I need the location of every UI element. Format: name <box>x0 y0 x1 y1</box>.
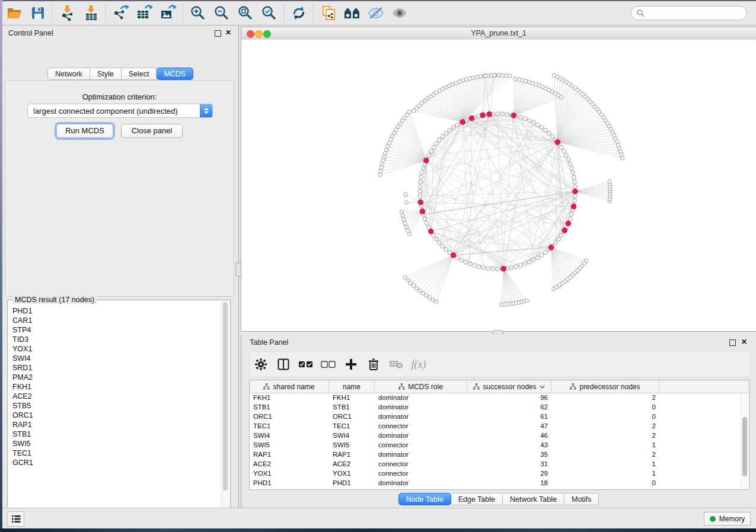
column-layout-icon[interactable] <box>272 354 295 374</box>
mcds-result-item[interactable]: ORC1 <box>12 411 222 420</box>
add-column-icon[interactable] <box>340 354 362 374</box>
column-header-MCDS-role[interactable]: MCDS role <box>375 380 467 393</box>
column-header-predecessor-nodes[interactable]: predecessor nodes <box>551 380 659 393</box>
mcds-result-item[interactable]: CAR1 <box>12 316 222 325</box>
tab-node-table[interactable]: Node Table <box>398 493 451 505</box>
search-field[interactable] <box>631 6 747 20</box>
zoom-in-icon[interactable] <box>186 3 210 23</box>
table-cell: 0 <box>551 402 659 412</box>
criterion-dropdown[interactable]: largest connected component (undirected) <box>27 104 213 118</box>
select-all-checkboxes-icon[interactable] <box>295 354 317 374</box>
network-window-titlebar[interactable]: YPA_prune.txt_1 <box>241 27 756 40</box>
shared-column-icon <box>398 383 405 390</box>
mcds-result-item[interactable]: ACE2 <box>12 392 222 401</box>
memory-button[interactable]: Memory <box>704 512 751 525</box>
table-row[interactable]: TEC1TEC1connector472 <box>250 421 749 431</box>
run-mcds-button[interactable]: Run MCDS <box>56 124 113 138</box>
tab-edge-table[interactable]: Edge Table <box>451 493 503 505</box>
close-panel-icon[interactable]: ✕ <box>225 29 232 36</box>
table-cell: YOX1 <box>329 469 375 478</box>
cytoscape-window: Control Panel ✕ Network Style Select MCD… <box>2 1 756 528</box>
mcds-result-item[interactable]: STB1 <box>12 430 222 439</box>
table-cell: 62 <box>467 402 551 412</box>
tab-mcds[interactable]: MCDS <box>157 68 193 80</box>
mcds-result-item[interactable]: GCR1 <box>12 458 222 467</box>
table-cell: 43 <box>467 440 551 450</box>
close-table-panel-icon[interactable]: ✕ <box>741 338 748 345</box>
column-header-shared-name[interactable]: shared name <box>250 380 329 393</box>
refresh-icon[interactable] <box>287 3 311 23</box>
status-bar: Memory <box>2 508 756 528</box>
open-folder-icon[interactable] <box>2 3 26 23</box>
delete-table-icon[interactable] <box>385 354 407 374</box>
zoom-fit-icon[interactable] <box>234 3 257 23</box>
mcds-result-item[interactable]: STB5 <box>12 401 222 411</box>
network-canvas[interactable] <box>241 40 755 331</box>
export-image-icon[interactable] <box>157 3 180 23</box>
table-cell: 2 <box>551 421 659 431</box>
toolbar-separator <box>183 4 184 22</box>
mcds-result-item[interactable]: PMA2 <box>12 373 222 382</box>
table-cell: FKH1 <box>250 393 329 402</box>
table-cell: RAP1 <box>250 450 329 459</box>
table-row[interactable]: SWI4SWI4dominator462 <box>250 431 749 440</box>
table-row[interactable]: STB1STB1dominator620 <box>250 402 749 412</box>
table-cell: ORC1 <box>329 412 375 421</box>
close-panel-button[interactable]: Close panel <box>121 124 183 138</box>
mcds-result-item[interactable]: RAP1 <box>12 420 222 430</box>
table-row[interactable]: PHD1PHD1dominator180 <box>250 478 749 488</box>
hide-selected-eye-icon[interactable] <box>364 3 388 23</box>
first-neighbors-icon[interactable] <box>340 3 364 23</box>
mcds-result-item[interactable]: FKH1 <box>12 382 222 392</box>
import-table-icon[interactable] <box>79 3 103 23</box>
mcds-result-item[interactable]: SRD1 <box>12 363 222 373</box>
tab-motifs[interactable]: Motifs <box>564 493 599 505</box>
mcds-result-list: PHD1CAR1STP4TID3YOX1SWI4SRD1PMA2FKH1ACE2… <box>8 303 222 522</box>
column-header-name[interactable]: name <box>329 380 375 393</box>
export-table-icon[interactable] <box>133 3 157 23</box>
mcds-result-item[interactable]: YOX1 <box>12 344 222 354</box>
export-network-icon[interactable] <box>109 3 133 23</box>
mcds-result-item[interactable]: STP4 <box>12 325 222 335</box>
desktop-wallpaper-bottom <box>0 528 756 532</box>
mcds-list-scrollbar[interactable] <box>221 301 229 521</box>
tab-select[interactable]: Select <box>122 68 157 80</box>
tab-style[interactable]: Style <box>90 68 122 80</box>
tab-network-table[interactable]: Network Table <box>503 493 564 505</box>
table-row[interactable]: RAP1RAP1dominator352 <box>250 450 749 459</box>
table-row[interactable]: ACE2ACE2connector311 <box>250 459 749 469</box>
float-table-panel-icon[interactable] <box>729 339 736 346</box>
deselect-all-checkboxes-icon[interactable] <box>317 354 340 374</box>
task-history-button[interactable] <box>7 511 24 527</box>
table-row[interactable]: YOX1YOX1connector291 <box>250 469 749 478</box>
zoom-selected-icon[interactable] <box>257 3 281 23</box>
float-panel-icon[interactable] <box>215 30 221 37</box>
table-cell: dominator <box>375 478 467 488</box>
column-header-successor-nodes[interactable]: successor nodes <box>467 380 551 393</box>
show-all-eye-icon[interactable] <box>388 3 412 23</box>
mcds-result-item[interactable]: TEC1 <box>12 448 222 458</box>
table-panel: Table Panel ✕ <box>241 335 756 508</box>
settings-gear-icon[interactable] <box>250 354 272 374</box>
table-scrollbar[interactable] <box>741 393 748 489</box>
share-document-icon[interactable] <box>317 3 340 23</box>
mcds-result-item[interactable]: PHD1 <box>12 306 222 316</box>
function-builder-icon[interactable]: f(x) <box>407 354 430 374</box>
list-icon <box>11 515 21 523</box>
mcds-tab-content: Optimization criterion: largest connecte… <box>5 80 234 297</box>
table-row[interactable]: ORC1ORC1dominator610 <box>250 412 749 421</box>
search-input[interactable] <box>645 8 742 18</box>
zoom-out-icon[interactable] <box>210 3 234 23</box>
table-row[interactable]: SWI5SWI5connector431 <box>250 440 749 450</box>
table-row[interactable]: FKH1FKH1dominator962 <box>250 393 749 402</box>
table-cell: 31 <box>467 459 551 469</box>
mcds-result-item[interactable]: SWI4 <box>12 354 222 363</box>
node-table: shared namenameMCDS rolesuccessor nodesp… <box>249 380 749 490</box>
delete-column-icon[interactable] <box>362 354 385 374</box>
mcds-result-item[interactable]: TID3 <box>12 335 222 344</box>
mcds-result-item[interactable]: SWI5 <box>12 439 222 448</box>
import-network-icon[interactable] <box>56 3 79 23</box>
dropdown-stepper-icon <box>200 104 212 117</box>
tab-network[interactable]: Network <box>47 68 90 80</box>
save-icon[interactable] <box>26 3 50 23</box>
